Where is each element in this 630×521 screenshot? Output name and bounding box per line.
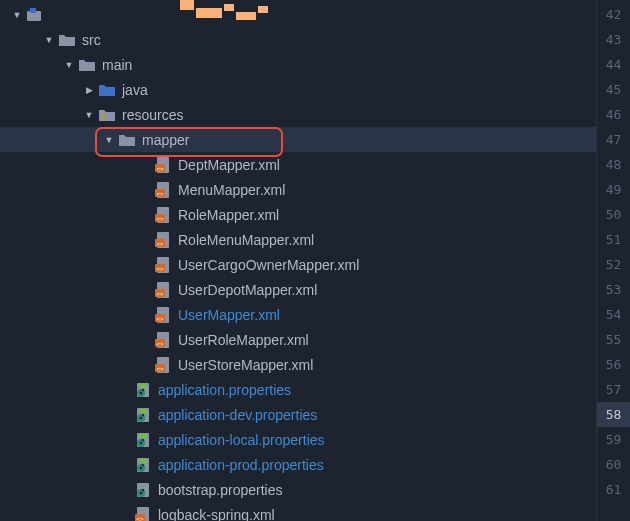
tree-row-file[interactable]: ▼<>MenuMapper.xml bbox=[0, 177, 596, 202]
tree-row-file[interactable]: ▼<>RoleMapper.xml bbox=[0, 202, 596, 227]
xml-file-icon: <> bbox=[154, 206, 172, 224]
svg-text:<>: <> bbox=[156, 190, 164, 196]
folder-label: resources bbox=[122, 107, 183, 123]
tree-row-file[interactable]: ▼<>UserCargoOwnerMapper.xml bbox=[0, 252, 596, 277]
svg-text:<>: <> bbox=[156, 340, 164, 346]
line-number: 46 bbox=[597, 102, 630, 127]
tree-row-file[interactable]: ▼application.properties bbox=[0, 377, 596, 402]
file-label: RoleMapper.xml bbox=[178, 207, 279, 223]
svg-text:<>: <> bbox=[156, 365, 164, 371]
tree-row-file[interactable]: ▼<>UserDepotMapper.xml bbox=[0, 277, 596, 302]
line-number: 58 bbox=[597, 402, 630, 427]
collapse-arrow-icon[interactable]: ▼ bbox=[82, 110, 96, 120]
folder-icon bbox=[58, 31, 76, 49]
xml-file-icon: <> bbox=[154, 331, 172, 349]
file-label: UserCargoOwnerMapper.xml bbox=[178, 257, 359, 273]
folder-label: java bbox=[122, 82, 148, 98]
collapse-arrow-icon[interactable]: ▼ bbox=[102, 135, 116, 145]
tree-row-file[interactable]: ▼<>UserMapper.xml bbox=[0, 302, 596, 327]
svg-point-38 bbox=[140, 416, 143, 419]
line-number: 51 bbox=[597, 227, 630, 252]
folder-label: main bbox=[102, 57, 132, 73]
properties-file-icon bbox=[134, 481, 152, 499]
line-number: 59 bbox=[597, 427, 630, 452]
spring-properties-icon bbox=[134, 456, 152, 474]
svg-text:<>: <> bbox=[156, 240, 164, 246]
file-label: DeptMapper.xml bbox=[178, 157, 280, 173]
line-number: 48 bbox=[597, 152, 630, 177]
tree-row-file[interactable]: ▼application-local.properties bbox=[0, 427, 596, 452]
xml-file-icon: <> bbox=[154, 306, 172, 324]
file-label: application-local.properties bbox=[158, 432, 325, 448]
folder-icon bbox=[78, 56, 96, 74]
svg-point-46 bbox=[140, 466, 143, 469]
line-number: 45 bbox=[597, 77, 630, 102]
xml-file-icon: <> bbox=[134, 506, 152, 522]
xml-file-icon: <> bbox=[154, 231, 172, 249]
spring-properties-icon bbox=[134, 431, 152, 449]
svg-point-34 bbox=[140, 391, 143, 394]
line-number: 50 bbox=[597, 202, 630, 227]
tree-row-module[interactable]: ▼ bbox=[0, 2, 596, 27]
xml-file-icon: <> bbox=[154, 281, 172, 299]
module-icon bbox=[26, 6, 44, 24]
tree-row-file[interactable]: ▼<>logback-spring.xml bbox=[0, 502, 596, 521]
tree-row-java[interactable]: ▶ java bbox=[0, 77, 596, 102]
tree-row-file[interactable]: ▼<>UserStoreMapper.xml bbox=[0, 352, 596, 377]
tree-row-file[interactable]: ▼application-prod.properties bbox=[0, 452, 596, 477]
line-number: 42 bbox=[597, 2, 630, 27]
line-number: 55 bbox=[597, 327, 630, 352]
svg-rect-3 bbox=[101, 116, 105, 117]
xml-file-icon: <> bbox=[154, 181, 172, 199]
line-number: 57 bbox=[597, 377, 630, 402]
file-label: MenuMapper.xml bbox=[178, 182, 285, 198]
folder-label: src bbox=[82, 32, 101, 48]
line-number: 56 bbox=[597, 352, 630, 377]
line-number-gutter: 4243444546474849505152535455565758596061 bbox=[596, 0, 630, 521]
file-label: UserRoleMapper.xml bbox=[178, 332, 309, 348]
file-label: application.properties bbox=[158, 382, 291, 398]
tree-row-file[interactable]: ▼<>DeptMapper.xml bbox=[0, 152, 596, 177]
folder-icon bbox=[118, 131, 136, 149]
collapse-arrow-icon[interactable]: ▼ bbox=[62, 60, 76, 70]
svg-point-50 bbox=[140, 491, 143, 494]
line-number: 60 bbox=[597, 452, 630, 477]
line-number: 49 bbox=[597, 177, 630, 202]
file-label: logback-spring.xml bbox=[158, 507, 275, 522]
spring-properties-icon bbox=[134, 381, 152, 399]
folder-label: mapper bbox=[142, 132, 189, 148]
collapse-arrow-icon[interactable]: ▼ bbox=[10, 10, 24, 20]
resources-folder-icon bbox=[98, 106, 116, 124]
svg-rect-4 bbox=[101, 118, 105, 119]
tree-row-file[interactable]: ▼<>UserRoleMapper.xml bbox=[0, 327, 596, 352]
line-number: 53 bbox=[597, 277, 630, 302]
spring-properties-icon bbox=[134, 406, 152, 424]
expand-arrow-icon[interactable]: ▶ bbox=[82, 85, 96, 95]
file-label: application-dev.properties bbox=[158, 407, 317, 423]
tree-row-resources[interactable]: ▼ resources bbox=[0, 102, 596, 127]
file-label: UserStoreMapper.xml bbox=[178, 357, 313, 373]
file-label: bootstrap.properties bbox=[158, 482, 283, 498]
tree-row-file[interactable]: ▼bootstrap.properties bbox=[0, 477, 596, 502]
minimap-decor bbox=[180, 0, 270, 20]
svg-text:<>: <> bbox=[136, 515, 144, 521]
project-tree[interactable]: ▼ ▼ src ▼ main ▶ java ▼ bbox=[0, 0, 596, 521]
tree-row-file[interactable]: ▼<>RoleMenuMapper.xml bbox=[0, 227, 596, 252]
collapse-arrow-icon[interactable]: ▼ bbox=[42, 35, 56, 45]
line-number: 61 bbox=[597, 477, 630, 502]
svg-text:<>: <> bbox=[156, 165, 164, 171]
line-number: 52 bbox=[597, 252, 630, 277]
svg-text:<>: <> bbox=[156, 290, 164, 296]
file-label: RoleMenuMapper.xml bbox=[178, 232, 314, 248]
tree-row-file[interactable]: ▼application-dev.properties bbox=[0, 402, 596, 427]
file-label: UserDepotMapper.xml bbox=[178, 282, 317, 298]
line-number: 47 bbox=[597, 127, 630, 152]
tree-row-mapper[interactable]: ▼ mapper bbox=[0, 127, 596, 152]
tree-row-main[interactable]: ▼ main bbox=[0, 52, 596, 77]
line-number: 54 bbox=[597, 302, 630, 327]
tree-row-src[interactable]: ▼ src bbox=[0, 27, 596, 52]
svg-text:<>: <> bbox=[156, 315, 164, 321]
svg-text:<>: <> bbox=[156, 265, 164, 271]
svg-text:<>: <> bbox=[156, 215, 164, 221]
xml-file-icon: <> bbox=[154, 356, 172, 374]
